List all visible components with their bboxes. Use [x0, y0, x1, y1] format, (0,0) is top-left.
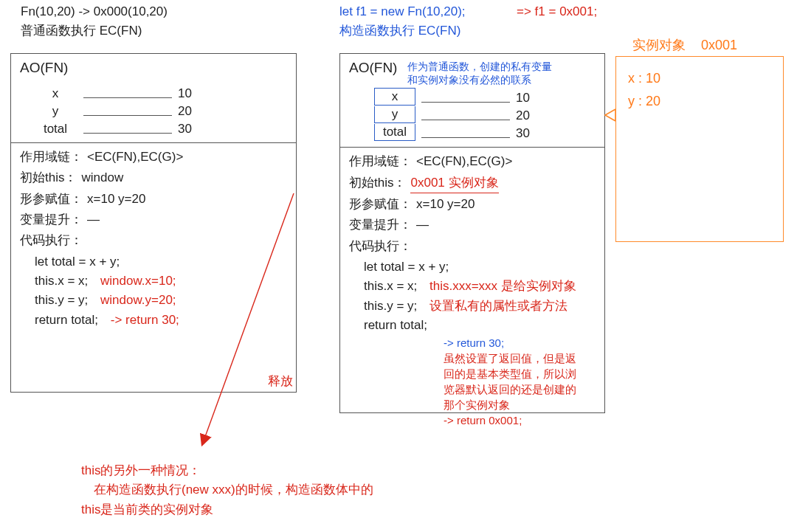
- right-ao-box: AO(FN) 作为普通函数，创建的私有变量 和实例对象没有必然的联系 x 10 …: [339, 53, 605, 413]
- return-note: -> return 30; 虽然设置了返回值，但是返 回的是基本类型值，所以浏 …: [444, 335, 596, 428]
- args-label: 形参赋值：: [20, 190, 83, 209]
- var-name: total: [33, 122, 77, 137]
- footnote: this的另外一种情况： 在构造函数执行(new xxx)的时候，构造函数体中的…: [81, 461, 450, 519]
- scope-value: <EC(FN),EC(G)>: [416, 152, 512, 171]
- code-annotation: this.xxx=xxx 是给实例对象: [429, 279, 576, 293]
- right-ao-note-l1: 作为普通函数，创建的私有变量: [407, 60, 552, 73]
- right-var-table: x 10 y 20 total 30: [374, 88, 596, 141]
- left-code-block: let total = x + y; this.x = x; window.x=…: [35, 252, 287, 330]
- left-ao-box: AO(FN) x 10 y 20 total 30 作用域链： <EC(FN),…: [10, 53, 297, 393]
- code-text: this.x = x;: [364, 279, 417, 293]
- instance-prop: y : 20: [628, 90, 771, 113]
- this-row: 初始this： window: [20, 168, 287, 187]
- left-header-line2: 普通函数执行 EC(FN): [21, 22, 142, 39]
- var-value: 10: [178, 86, 207, 101]
- this-value: 0x001 实例对象: [410, 173, 498, 193]
- var-name: x: [33, 86, 77, 101]
- code-text: return total;: [35, 313, 98, 327]
- code-text: let total = x + y;: [364, 260, 449, 274]
- var-line: [83, 115, 172, 116]
- var-line: [421, 137, 510, 138]
- hoist-row: 变量提升： —: [349, 215, 596, 235]
- return-note-red-l5: -> return 0x001;: [444, 412, 596, 428]
- return-note-blue: -> return 30;: [444, 335, 596, 350]
- var-name: x: [374, 88, 415, 106]
- code-annotation: window.x=10;: [100, 274, 176, 288]
- exec-label: 代码执行：: [20, 231, 83, 250]
- var-value: 30: [178, 122, 207, 137]
- footnote-l2: 在构造函数执行(new xxx)的时候，构造函数体中的: [81, 480, 450, 500]
- exec-label: 代码执行：: [349, 237, 412, 256]
- right-code-block: let total = x + y; this.x = x; this.xxx=…: [364, 258, 596, 428]
- right-header-blue2: 构造函数执行 EC(FN): [339, 22, 460, 39]
- code-line: let total = x + y;: [35, 252, 287, 272]
- scope-chain-row: 作用域链： <EC(FN),EC(G)>: [349, 152, 596, 171]
- code-annotation: -> return 30;: [111, 313, 179, 327]
- code-line: this.x = x; this.xxx=xxx 是给实例对象: [364, 277, 596, 296]
- hoist-value: —: [87, 210, 100, 229]
- var-value: 20: [178, 104, 207, 119]
- scope-label: 作用域链：: [20, 148, 83, 167]
- left-var-table: x 10 y 20 total 30: [33, 83, 287, 137]
- return-note-red-l1: 虽然设置了返回值，但是返: [444, 350, 596, 366]
- code-annotation: 设置私有的属性或者方法: [429, 299, 567, 313]
- this-value: window: [81, 168, 123, 187]
- instance-title-a: 实例对象: [632, 38, 686, 52]
- code-annotation: window.y=20;: [100, 293, 176, 307]
- var-row: y 20: [33, 101, 287, 119]
- code-text: this.x = x;: [35, 274, 88, 288]
- var-name: y: [374, 106, 415, 123]
- code-line: this.y = y; window.y=20;: [35, 291, 287, 310]
- hoist-label: 变量提升：: [349, 215, 412, 235]
- instance-title-b: 0x001: [701, 38, 737, 52]
- code-text: let total = x + y;: [35, 255, 120, 269]
- var-row: x 10: [33, 83, 287, 101]
- args-value: x=10 y=20: [416, 195, 475, 214]
- code-line: this.x = x; window.x=10;: [35, 272, 287, 291]
- right-ao-note: 作为普通函数，创建的私有变量 和实例对象没有必然的联系: [407, 60, 552, 86]
- var-value: 30: [516, 126, 545, 141]
- this-row: 初始this： 0x001 实例对象: [349, 173, 596, 193]
- var-row: total 30: [33, 119, 287, 137]
- var-value: 20: [516, 108, 545, 123]
- args-label: 形参赋值：: [349, 195, 412, 214]
- return-note-red-l2: 回的是基本类型值，所以浏: [444, 366, 596, 381]
- hoist-value: —: [416, 215, 429, 235]
- instance-title: 实例对象 0x001: [632, 36, 737, 54]
- hoist-label: 变量提升：: [20, 210, 83, 229]
- this-label: 初始this：: [349, 173, 406, 193]
- instance-box: x : 10 y : 20: [615, 56, 784, 242]
- scope-value: <EC(FN),EC(G)>: [87, 148, 183, 167]
- hoist-row: 变量提升： —: [20, 210, 287, 229]
- right-ao-title: AO(FN): [349, 60, 397, 80]
- var-value: 10: [516, 91, 545, 106]
- code-line: return total;: [364, 316, 596, 335]
- release-label: 释放: [268, 373, 293, 390]
- var-line: [421, 120, 510, 120]
- args-row: 形参赋值： x=10 y=20: [20, 190, 287, 209]
- return-note-red-l3: 览器默认返回的还是创建的: [444, 381, 596, 397]
- right-header-blue1: let f1 = new Fn(10,20);: [339, 4, 466, 19]
- separator: [11, 142, 296, 143]
- code-text: this.y = y;: [35, 293, 88, 307]
- var-name: y: [33, 104, 77, 119]
- var-line: [421, 102, 510, 103]
- code-text: return total;: [364, 318, 427, 332]
- var-name: total: [374, 124, 415, 141]
- code-line: return total; -> return 30;: [35, 311, 287, 330]
- left-header-line1: Fn(10,20) -> 0x000(10,20): [21, 4, 168, 19]
- var-line: [83, 97, 172, 98]
- footnote-l1: this的另外一种情况：: [81, 461, 450, 480]
- var-row: y 20: [374, 106, 596, 123]
- exec-row: 代码执行：: [20, 231, 287, 250]
- this-label: 初始this：: [20, 168, 77, 187]
- var-row: total 30: [374, 123, 596, 141]
- instance-prop: x : 10: [628, 67, 771, 90]
- args-row: 形参赋值： x=10 y=20: [349, 195, 596, 214]
- left-ao-title: AO(FN): [20, 60, 287, 80]
- args-value: x=10 y=20: [87, 190, 145, 209]
- right-header-red: => f1 = 0x001;: [517, 4, 597, 19]
- footnote-l3: this是当前类的实例对象: [81, 500, 450, 519]
- scope-chain-row: 作用域链： <EC(FN),EC(G)>: [20, 148, 287, 167]
- separator: [340, 147, 604, 148]
